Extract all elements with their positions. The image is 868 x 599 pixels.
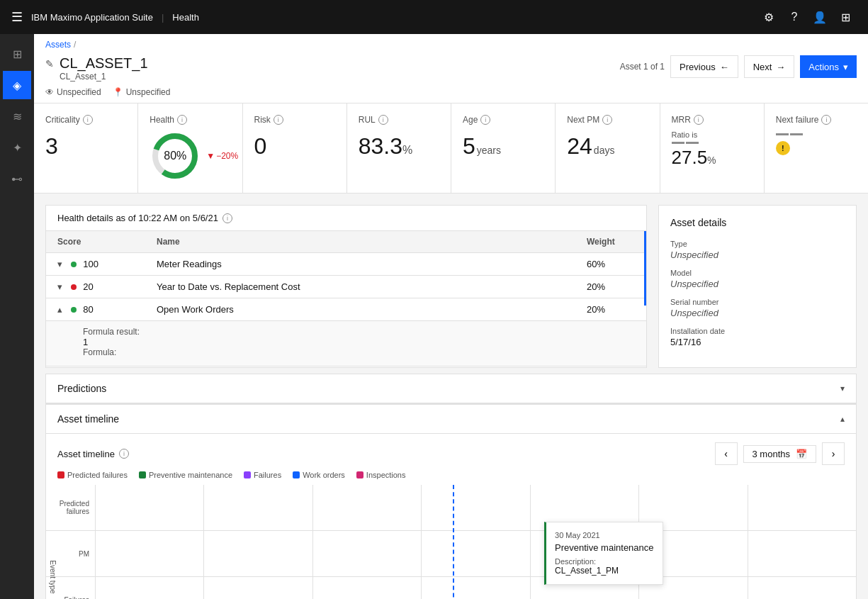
app-module-name: Health xyxy=(172,12,199,23)
kpi-age-label: Age i xyxy=(463,115,543,125)
sidebar: ⊞ ◈ ≋ ✦ ⊷ xyxy=(0,34,34,599)
next-pm-info-icon[interactable]: i xyxy=(602,115,612,125)
health-info-icon[interactable]: i xyxy=(177,115,187,125)
actions-button[interactable]: Actions ▾ xyxy=(800,55,857,78)
detail-install-label: Installation date xyxy=(670,327,845,335)
score-dot xyxy=(71,307,77,313)
predictions-accordion-header[interactable]: Predictions ▾ xyxy=(46,374,856,403)
y-axis-title: Event type xyxy=(49,560,57,593)
rul-info-icon[interactable]: i xyxy=(378,115,388,125)
health-asset-row: Health details as of 10:22 AM on 5/6/21 … xyxy=(45,205,857,368)
weight-cell: 20% xyxy=(575,298,646,321)
breadcrumb: Assets / xyxy=(45,40,857,52)
timeline-period[interactable]: 3 months 📅 xyxy=(743,445,816,463)
kpi-criticality: Criticality i 3 xyxy=(34,103,138,193)
mrr-ratio-label: Ratio is xyxy=(672,130,753,139)
kpi-row: Criticality i 3 Health i xyxy=(34,103,868,194)
tooltip-date: 30 May 2021 xyxy=(555,531,653,539)
health-details-info-icon[interactable]: i xyxy=(222,213,232,223)
breadcrumb-sep: / xyxy=(74,40,76,50)
pm-event-tooltip: 30 May 2021 Preventive maintenance Descr… xyxy=(544,522,663,585)
asset-timeline-chevron-icon: ▴ xyxy=(840,414,845,424)
row-collapse-icon[interactable]: ▴ xyxy=(57,304,62,315)
health-change: ▼ −20% xyxy=(206,151,238,161)
asset-details-title: Asset details xyxy=(670,217,845,228)
kpi-criticality-label: Criticality i xyxy=(45,115,126,125)
sidebar-item-strategy[interactable]: ✦ xyxy=(3,133,31,162)
health-donut-container: 80% ▼ −20% xyxy=(150,130,230,181)
legend-failures-color xyxy=(244,471,251,478)
asset-timeline-accordion: Asset timeline ▴ Asset timeline i ‹ xyxy=(45,404,857,599)
scroll-indicator xyxy=(644,231,646,306)
col-score: Score xyxy=(46,231,145,253)
detail-serial-value: Unspecified xyxy=(670,308,845,318)
asset-title-left: ✎ CL_ASSET_1 CL_Asset_1 xyxy=(45,55,148,82)
name-cell: Year to Date vs. Replacement Cost xyxy=(145,276,575,298)
previous-button[interactable]: Previous ← xyxy=(670,55,738,78)
mrr-info-icon[interactable]: i xyxy=(694,115,704,125)
asset-meta: 👁 Unspecified 📍 Unspecified xyxy=(45,87,857,103)
risk-info-icon[interactable]: i xyxy=(274,115,283,125)
grid-row-predicted xyxy=(96,485,856,531)
sidebar-item-monitor[interactable]: ≋ xyxy=(3,102,31,130)
table-row: ▴ 80 Open Work Orders 20% xyxy=(46,298,646,321)
criticality-info-icon[interactable]: i xyxy=(83,115,93,125)
kpi-next-pm-value: 24days xyxy=(567,133,648,159)
edit-icon[interactable]: ✎ xyxy=(45,58,54,69)
col-name: Name xyxy=(145,231,575,253)
score-cell: ▾ 20 xyxy=(46,276,145,298)
legend-failures: Failures xyxy=(244,471,281,479)
asset-name: CL_ASSET_1 xyxy=(60,55,148,72)
detail-model-value: Unspecified xyxy=(670,279,845,289)
calendar-icon: 📅 xyxy=(796,449,807,459)
timeline-chart-area: 30 May 2021 Preventive maintenance Descr… xyxy=(96,485,856,599)
user-icon[interactable]: 👤 xyxy=(808,6,831,28)
timeline-prev-btn[interactable]: ‹ xyxy=(715,442,738,465)
formula-result-label: Formula result: xyxy=(83,327,635,337)
weight-cell: 20% xyxy=(575,276,646,298)
next-arrow-icon: → xyxy=(776,62,785,72)
asset-timeline-section-title: Asset timeline xyxy=(57,413,119,425)
next-failure-info-icon[interactable]: i xyxy=(821,115,831,125)
tooltip-desc-label: Description: xyxy=(555,557,653,566)
app-layout: ⊞ ◈ ≋ ✦ ⊷ Assets / ✎ CL_ASSET_1 CL_Asset… xyxy=(0,34,868,599)
menu-icon[interactable]: ☰ xyxy=(11,9,23,25)
sidebar-item-home[interactable]: ⊞ xyxy=(3,40,31,68)
detail-model: Model Unspecified xyxy=(670,269,845,289)
timeline-info-icon[interactable]: i xyxy=(119,449,129,459)
row-expand-icon[interactable]: ▾ xyxy=(57,281,62,292)
kpi-risk: Risk i 0 xyxy=(243,103,347,193)
health-table-container: Score Name Weight xyxy=(46,231,646,366)
health-table: Score Name Weight xyxy=(46,231,646,366)
breadcrumb-assets[interactable]: Assets xyxy=(45,40,71,50)
timeline-chart-title: Asset timeline xyxy=(57,449,115,459)
name-cell: Open Work Orders xyxy=(145,298,575,321)
asset-timeline-accordion-header[interactable]: Asset timeline ▴ xyxy=(46,405,856,434)
next-button[interactable]: Next → xyxy=(744,55,795,78)
sidebar-item-asset[interactable]: ◈ xyxy=(3,71,31,99)
apps-icon[interactable]: ⊞ xyxy=(834,6,857,28)
detail-serial: Serial number Unspecified xyxy=(670,298,845,318)
down-arrow-icon: ▼ xyxy=(206,151,215,161)
health-donut: 80% xyxy=(150,130,201,181)
help-icon[interactable]: ? xyxy=(783,6,806,28)
legend-predicted-failures: Predicted failures xyxy=(57,471,128,479)
legend-preventive-color xyxy=(139,471,146,478)
legend-work-orders-color xyxy=(293,471,300,478)
row-expand-icon[interactable]: ▾ xyxy=(57,259,62,269)
page-header: Assets / ✎ CL_ASSET_1 CL_Asset_1 Asset 1… xyxy=(34,34,868,103)
timeline-legend: Predicted failures Preventive maintenanc… xyxy=(46,465,856,485)
kpi-mrr-value: 27.5% xyxy=(672,147,753,169)
tooltip-desc-value: CL_Asset_1_PM xyxy=(555,566,653,576)
detail-install-date: Installation date 5/17/16 xyxy=(670,327,845,347)
detail-install-value: 5/17/16 xyxy=(670,337,845,347)
asset-location: 👁 Unspecified xyxy=(45,87,101,97)
sidebar-item-insights[interactable]: ⊷ xyxy=(3,164,31,193)
formula-row: Formula result: 1 Formula: xyxy=(46,321,646,366)
age-info-icon[interactable]: i xyxy=(480,115,490,125)
timeline-content: Asset timeline i ‹ 3 months 📅 › xyxy=(46,434,856,599)
timeline-next-btn[interactable]: › xyxy=(822,442,845,465)
asset-name-group: CL_ASSET_1 CL_Asset_1 xyxy=(60,55,148,82)
settings-icon[interactable]: ⚙ xyxy=(757,6,780,28)
kpi-next-failure: Next failure i ! xyxy=(765,103,868,193)
